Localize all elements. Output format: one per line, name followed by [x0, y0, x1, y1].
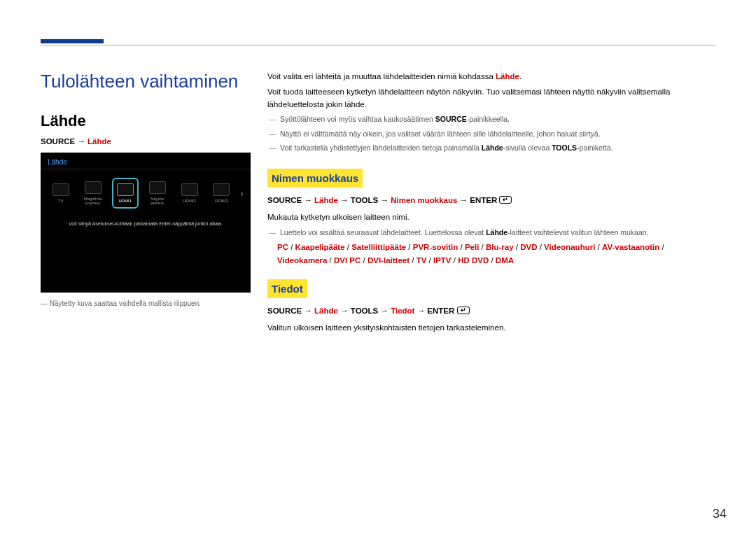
src-label: MagicInfo Express — [84, 197, 102, 205]
p: SOURCE — [267, 307, 302, 315]
src-item-magicinfo: MagicInfo Express — [80, 181, 106, 205]
tiedot-line1: Valitun ulkoisen laitteen yksityiskohtai… — [267, 322, 715, 335]
src-item-hdmi2: HDMI2 — [176, 183, 203, 203]
p: → — [378, 307, 391, 315]
bc-lahde: Lähde — [88, 137, 111, 146]
enter-icon — [457, 307, 470, 314]
text: Voit valita eri lähteitä ja muuttaa lähd… — [267, 72, 496, 80]
section-title-lahde: Lähde — [41, 112, 251, 130]
text: Luettelo voi sisältää seuraavat lähdelai… — [280, 228, 486, 237]
dash-note-3: Voit tarkastella yhdistettyjen lähdelait… — [267, 142, 715, 153]
p: ENTER — [427, 307, 454, 315]
right-column: Voit valita eri lähteitä ja muuttaa lähd… — [267, 71, 715, 337]
p: TOOLS — [351, 307, 378, 315]
screenshot-row: TV MagicInfo Express HDMI1 Näytön peilau… — [41, 169, 251, 216]
intro-p2: Voit tuoda laitteeseen kytketyn lähdelai… — [267, 86, 715, 111]
enter-icon — [499, 196, 512, 204]
text: -laitteet vaihtelevat valitun lähteen mu… — [507, 228, 648, 237]
src-item-hdmi1-selected: HDMI1 — [112, 178, 139, 209]
text-bold: Lähde — [486, 228, 507, 237]
p: → — [302, 307, 314, 315]
heading-nimen-muokkaus: Nimen muokkaus — [267, 169, 363, 188]
bc-arrow: → — [75, 137, 88, 146]
text: -sivulla olevaa — [503, 143, 552, 152]
tv-icon — [52, 183, 69, 196]
page-title: Tulolähteen vaihtaminen — [41, 71, 251, 92]
text: -painiketta. — [577, 143, 612, 152]
dash-note-2: Näyttö ei välttämättä näy oikein, jos va… — [267, 128, 715, 139]
text-bold: SOURCE — [435, 115, 467, 123]
dash-note-1: Syöttölähteen voi myös vaihtaa kaukosäät… — [267, 113, 715, 125]
p: → — [338, 196, 351, 204]
p: Nimen muokkaus — [391, 196, 457, 204]
nimen-line1: Mukauta kytketyn ulkoisen laitteen nimi. — [267, 211, 715, 224]
device-list: PC / Kaapelipääte / Satelliittipääte / P… — [277, 241, 715, 267]
p: ENTER — [470, 196, 497, 204]
hdmi-icon — [213, 183, 230, 196]
p: → — [414, 307, 427, 315]
src-item-mirror: Näytön peilaus — [144, 181, 171, 205]
src-label: HDMI1 — [118, 199, 132, 203]
src-item-hdmi3: HDMI3 — [209, 183, 235, 203]
mirror-icon — [149, 181, 166, 194]
text-bold: Lähde — [482, 143, 503, 152]
p: Lähde — [314, 307, 338, 315]
hdmi-icon — [117, 183, 134, 196]
left-column: Tulolähteen vaihtaminen Lähde SOURCE → L… — [41, 71, 251, 337]
source-screenshot: Lähde TV MagicInfo Express HDMI1 Näytön … — [41, 153, 251, 293]
text: Voit tarkastella yhdistettyjen lähdelait… — [280, 143, 482, 152]
screenshot-title: Lähde — [41, 153, 251, 169]
src-item-tv: TV — [48, 183, 74, 203]
heading-tiedot: Tiedot — [267, 279, 307, 298]
src-label: HDMI3 — [215, 199, 228, 203]
magicinfo-icon — [85, 181, 102, 194]
nimen-dash: Luettelo voi sisältää seuraavat lähdelai… — [267, 227, 715, 238]
p: → — [457, 196, 470, 204]
breadcrumb-source-lahde: SOURCE → Lähde — [41, 137, 251, 146]
p: → — [338, 307, 351, 315]
chevron-right-icon: › — [240, 188, 244, 199]
top-divider — [41, 45, 715, 45]
bc-source: SOURCE — [41, 137, 75, 146]
text: Syöttölähteen voi myös vaihtaa kaukosäät… — [280, 115, 435, 123]
p: Tiedot — [391, 307, 414, 315]
image-disclaimer: ― Näytetty kuva saattaa vaihdella mallis… — [41, 300, 251, 307]
p: → — [378, 196, 391, 204]
p: SOURCE — [267, 196, 302, 204]
accent-bar — [41, 39, 104, 43]
p: Lähde — [314, 196, 338, 204]
screenshot-caption: Voit siirtyä Asetukset-kohtaan painamall… — [41, 221, 251, 226]
path-nimen: SOURCE → Lähde → TOOLS → Nimen muokkaus … — [267, 195, 715, 207]
intro-p1: Voit valita eri lähteitä ja muuttaa lähd… — [267, 71, 715, 83]
list-row: PC / Kaapelipääte / Satelliittipääte / P… — [277, 241, 715, 253]
page-number: 34 — [713, 507, 727, 521]
text-red: Lähde — [496, 72, 519, 80]
p: → — [302, 196, 314, 204]
src-label: HDMI2 — [183, 199, 196, 203]
text: . — [519, 72, 522, 80]
hdmi-icon — [181, 183, 198, 196]
src-label: Näytön peilaus — [150, 197, 164, 205]
text-bold: TOOLS — [552, 143, 577, 152]
list-row: Videokamera / DVI PC / DVI-laitteet / TV… — [277, 254, 715, 267]
path-tiedot: SOURCE → Lähde → TOOLS → Tiedot → ENTER — [267, 305, 715, 318]
p: TOOLS — [351, 196, 378, 204]
text: -painikkeella. — [467, 115, 510, 123]
src-label: TV — [58, 199, 64, 203]
